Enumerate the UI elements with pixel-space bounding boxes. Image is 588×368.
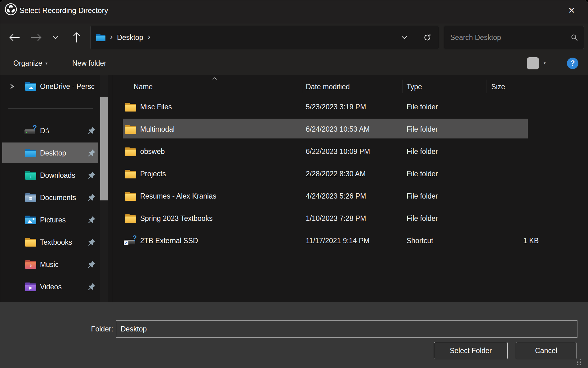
expand-chevron-icon[interactable] xyxy=(10,75,15,98)
pin-icon xyxy=(87,193,96,203)
file-row-spring-textbooks[interactable]: Spring 2023 Textbooks 1/10/2023 7:28 PM … xyxy=(112,207,588,230)
sidebar-divider xyxy=(8,108,93,109)
folder-yellow-icon xyxy=(125,147,136,156)
navigation-bar: › Desktop › xyxy=(0,24,588,51)
recent-locations-chevron-icon[interactable] xyxy=(50,24,61,51)
title-bar: Select Recording Directory ✕ xyxy=(0,0,588,24)
file-dialog-window: Select Recording Directory ✕ › Desktop › xyxy=(0,0,588,368)
new-folder-button[interactable]: New folder xyxy=(72,51,106,75)
file-row-resumes[interactable]: Resumes - Alex Kranias 4/24/2023 5:26 PM… xyxy=(112,185,588,207)
onedrive-folder-icon: ☁ xyxy=(25,82,36,91)
file-row-projects[interactable]: Projects 2/28/2022 8:30 AM File folder xyxy=(112,163,588,185)
folder-field-label: Folder: xyxy=(62,320,113,338)
file-row-obsweb[interactable]: obsweb 6/22/2023 10:09 PM File folder xyxy=(112,140,588,163)
drive-question-icon: ? xyxy=(24,125,37,135)
folder-yellow-icon xyxy=(125,170,136,178)
sidebar-item-pictures[interactable]: Pictures xyxy=(0,209,112,231)
shortcut-arrow-icon: ↗ xyxy=(124,241,128,245)
sidebar-item-d-drive[interactable]: ? D:\ xyxy=(0,120,112,142)
folder-yellow-icon xyxy=(125,214,136,223)
folder-downloads-icon: ↓ xyxy=(25,171,36,180)
up-icon[interactable] xyxy=(70,24,83,51)
pin-icon xyxy=(87,238,96,247)
folder-yellow-icon xyxy=(25,238,36,247)
file-list: Name Date modified Type Size Misc Files … xyxy=(112,75,588,302)
breadcrumb-desktop[interactable]: Desktop xyxy=(117,33,143,42)
sidebar-item-music[interactable]: ♪ Music xyxy=(0,253,112,276)
drive-shortcut-icon: ? ↗ xyxy=(124,235,137,245)
column-divider[interactable] xyxy=(543,80,543,93)
sidebar-item-videos[interactable]: ▶ Videos xyxy=(0,276,112,298)
sidebar-item-documents[interactable]: ≡ Documents xyxy=(0,186,112,209)
pin-icon xyxy=(87,149,96,158)
pin-icon xyxy=(87,283,96,292)
breadcrumb-separator[interactable]: › xyxy=(148,26,150,48)
pin-icon xyxy=(87,171,96,180)
close-icon[interactable]: ✕ xyxy=(564,0,580,21)
pin-icon xyxy=(87,126,96,136)
forward-icon xyxy=(29,24,43,51)
refresh-icon[interactable] xyxy=(423,33,431,42)
sidebar-item-textbooks[interactable]: Textbooks xyxy=(0,231,112,253)
select-folder-button[interactable]: Select Folder xyxy=(434,342,508,359)
obs-logo-icon xyxy=(5,3,17,15)
file-rows: Misc Files 5/23/2023 3:19 PM File folder… xyxy=(112,96,588,302)
folder-pictures-icon xyxy=(25,216,36,224)
sidebar-item-onedrive[interactable]: ☁ OneDrive - Persc xyxy=(0,75,112,98)
sidebar-item-desktop[interactable]: Desktop xyxy=(0,142,112,164)
cancel-button[interactable]: Cancel xyxy=(516,342,577,359)
change-view-button[interactable] xyxy=(527,57,539,69)
address-dropdown-chevron-icon[interactable] xyxy=(402,36,407,39)
view-dropdown-caret-icon[interactable]: ▾ xyxy=(544,61,546,65)
desktop-folder-icon xyxy=(96,34,105,41)
search-input[interactable] xyxy=(450,33,571,42)
organize-button[interactable]: Organize▾ xyxy=(13,51,47,75)
folder-yellow-icon xyxy=(125,125,136,134)
column-divider[interactable] xyxy=(303,80,303,93)
breadcrumb-separator: › xyxy=(110,26,113,48)
sidebar-item-downloads[interactable]: ↓ Downloads xyxy=(0,164,112,186)
folder-documents-icon: ≡ xyxy=(25,193,36,202)
file-row-external-ssd[interactable]: ? ↗ 2TB External SSD 11/17/2021 9:14 PM … xyxy=(112,230,588,252)
folder-name-input[interactable] xyxy=(116,320,577,338)
column-header-date-modified[interactable]: Date modified xyxy=(306,75,350,96)
folder-blue-icon xyxy=(25,149,36,157)
pin-icon xyxy=(87,216,96,225)
folder-yellow-icon xyxy=(125,103,136,112)
address-bar[interactable]: › Desktop › xyxy=(90,26,439,49)
column-divider[interactable] xyxy=(487,80,487,93)
file-row-multimodal[interactable]: Multimodal 6/24/2023 10:53 AM File folde… xyxy=(112,118,588,140)
back-icon[interactable] xyxy=(8,24,21,51)
column-divider[interactable] xyxy=(403,80,403,93)
folder-yellow-icon xyxy=(125,192,136,201)
help-button[interactable]: ? xyxy=(567,58,578,69)
column-header-type[interactable]: Type xyxy=(407,75,422,96)
organize-caret-icon: ▾ xyxy=(45,61,47,66)
resize-grip[interactable] xyxy=(580,364,581,365)
dialog-content: ☁ OneDrive - Persc ? D:\ xyxy=(0,75,588,302)
folder-videos-icon: ▶ xyxy=(25,283,36,291)
search-box xyxy=(444,26,584,49)
pin-icon xyxy=(87,260,96,269)
navigation-pane: ☁ OneDrive - Persc ? D:\ xyxy=(0,75,112,302)
folder-music-icon: ♪ xyxy=(25,260,36,269)
window-title: Select Recording Directory xyxy=(20,0,108,24)
file-row-misc-files[interactable]: Misc Files 5/23/2023 3:19 PM File folder xyxy=(112,96,588,118)
sidebar-item-label: OneDrive - Persc xyxy=(40,75,95,98)
sidebar-scrollbar[interactable] xyxy=(100,75,108,302)
column-header-size[interactable]: Size xyxy=(491,75,505,96)
column-headers: Name Date modified Type Size xyxy=(112,75,588,96)
search-icon[interactable] xyxy=(571,34,578,41)
sort-ascending-icon xyxy=(212,76,217,81)
command-toolbar: Organize▾ New folder ▾ ? xyxy=(0,51,588,75)
column-header-name[interactable]: Name xyxy=(134,75,153,96)
dialog-footer: Folder: Select Folder Cancel xyxy=(0,302,588,368)
